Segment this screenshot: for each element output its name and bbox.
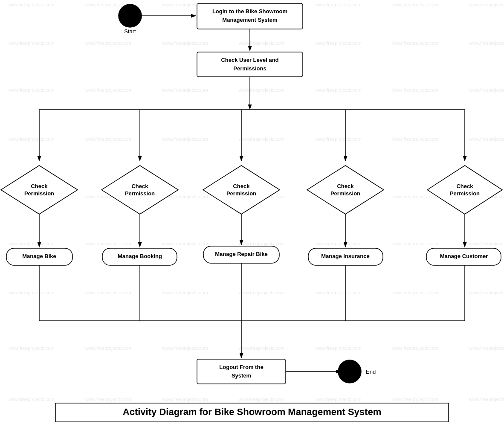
end-label: End: [366, 369, 376, 375]
svg-text:www.freeprojectz.com: www.freeprojectz.com: [238, 41, 285, 46]
login-text: Login to the Bike Showroom: [212, 8, 287, 15]
svg-text:www.freeprojectz.com: www.freeprojectz.com: [315, 41, 362, 46]
svg-text:www.freeprojectz.com: www.freeprojectz.com: [238, 241, 285, 246]
diamond4-text2: Permission: [330, 190, 360, 197]
svg-text:www.freeprojectz.com: www.freeprojectz.com: [469, 87, 504, 93]
svg-text:www.freeprojectz.com: www.freeprojectz.com: [162, 346, 208, 351]
svg-text:www.freeprojectz.com: www.freeprojectz.com: [392, 2, 438, 7]
svg-text:www.freeprojectz.com: www.freeprojectz.com: [392, 41, 438, 46]
svg-text:www.freeprojectz.com: www.freeprojectz.com: [392, 346, 438, 351]
diamond5-text2: Permission: [450, 190, 480, 197]
diamond2: [101, 166, 178, 214]
svg-text:www.freeprojectz.com: www.freeprojectz.com: [315, 241, 362, 246]
logout-text2: System: [232, 372, 251, 379]
diamond5: [427, 166, 502, 214]
svg-text:www.freeprojectz.com: www.freeprojectz.com: [392, 87, 438, 93]
svg-text:www.freeprojectz.com: www.freeprojectz.com: [315, 290, 362, 295]
svg-text:www.freeprojectz.com: www.freeprojectz.com: [469, 41, 504, 46]
diamond1-text2: Permission: [24, 190, 54, 197]
svg-text:www.freeprojectz.com: www.freeprojectz.com: [392, 241, 438, 246]
svg-text:www.freeprojectz.com: www.freeprojectz.com: [238, 397, 285, 402]
svg-text:www.freeprojectz.com: www.freeprojectz.com: [8, 41, 55, 46]
svg-text:www.freeprojectz.com: www.freeprojectz.com: [469, 136, 504, 142]
svg-text:www.freeprojectz.com: www.freeprojectz.com: [315, 2, 362, 7]
svg-text:www.freeprojectz.com: www.freeprojectz.com: [85, 397, 131, 402]
svg-text:www.freeprojectz.com: www.freeprojectz.com: [8, 87, 55, 93]
start-circle: [119, 4, 142, 27]
svg-text:www.freeprojectz.com: www.freeprojectz.com: [469, 346, 504, 351]
diamond5-text: Check: [456, 183, 473, 189]
svg-text:www.freeprojectz.com: www.freeprojectz.com: [8, 2, 55, 7]
svg-text:www.freeprojectz.com: www.freeprojectz.com: [85, 87, 131, 93]
svg-text:www.freeprojectz.com: www.freeprojectz.com: [85, 290, 131, 295]
diamond2-text: Check: [131, 183, 148, 189]
svg-text:www.freeprojectz.com: www.freeprojectz.com: [162, 41, 208, 46]
logout-box: [197, 359, 286, 384]
svg-text:www.freeprojectz.com: www.freeprojectz.com: [238, 136, 285, 142]
diamond3-text2: Permission: [226, 190, 256, 197]
svg-text:www.freeprojectz.com: www.freeprojectz.com: [315, 397, 362, 402]
svg-text:www.freeprojectz.com: www.freeprojectz.com: [85, 241, 131, 246]
svg-text:www.freeprojectz.com: www.freeprojectz.com: [8, 136, 55, 142]
svg-text:www.freeprojectz.com: www.freeprojectz.com: [8, 346, 55, 351]
svg-text:www.freeprojectz.com: www.freeprojectz.com: [392, 397, 438, 402]
svg-text:www.freeprojectz.com: www.freeprojectz.com: [85, 346, 131, 351]
manage-booking-text: Manage Booking: [118, 253, 162, 259]
svg-text:www.freeprojectz.com: www.freeprojectz.com: [469, 2, 504, 7]
svg-text:www.freeprojectz.com: www.freeprojectz.com: [8, 241, 55, 246]
svg-text:www.freeprojectz.com: www.freeprojectz.com: [85, 41, 131, 46]
login-text2: Management System: [222, 17, 277, 23]
diagram-container: www.freeprojectz.com www.freeprojectz.co…: [0, 0, 504, 424]
svg-text:www.freeprojectz.com: www.freeprojectz.com: [238, 290, 285, 295]
svg-text:www.freeprojectz.com: www.freeprojectz.com: [162, 290, 208, 295]
manage-bike-text: Manage Bike: [22, 253, 56, 259]
svg-text:www.freeprojectz.com: www.freeprojectz.com: [162, 241, 208, 246]
svg-text:www.freeprojectz.com: www.freeprojectz.com: [315, 346, 362, 351]
diagram-title: Activity Diagram for Bike Showroom Manag…: [123, 407, 381, 417]
svg-text:www.freeprojectz.com: www.freeprojectz.com: [238, 87, 285, 93]
diamond4: [307, 166, 384, 214]
svg-text:www.freeprojectz.com: www.freeprojectz.com: [162, 397, 208, 402]
svg-text:www.freeprojectz.com: www.freeprojectz.com: [392, 194, 438, 199]
diamond1-text: Check: [31, 183, 48, 189]
svg-text:www.freeprojectz.com: www.freeprojectz.com: [392, 136, 438, 142]
check-level-text2: Permissions: [233, 65, 266, 72]
diamond1: [1, 166, 78, 214]
diamond3: [203, 166, 280, 214]
svg-text:www.freeprojectz.com: www.freeprojectz.com: [238, 346, 285, 351]
svg-text:www.freeprojectz.com: www.freeprojectz.com: [469, 397, 504, 402]
logout-text: Logout From the: [219, 364, 263, 370]
svg-text:www.freeprojectz.com: www.freeprojectz.com: [85, 136, 131, 142]
check-level-text: Check User Level and: [221, 57, 278, 63]
svg-text:www.freeprojectz.com: www.freeprojectz.com: [469, 290, 504, 295]
login-box: [197, 3, 303, 29]
svg-text:www.freeprojectz.com: www.freeprojectz.com: [162, 87, 208, 93]
diamond4-text: Check: [337, 183, 354, 189]
diamond2-text2: Permission: [125, 190, 155, 197]
start-label: Start: [124, 28, 136, 35]
svg-text:www.freeprojectz.com: www.freeprojectz.com: [8, 290, 55, 295]
svg-text:www.freeprojectz.com: www.freeprojectz.com: [469, 241, 504, 246]
manage-insurance-text: Manage Insurance: [321, 253, 369, 259]
svg-text:www.freeprojectz.com: www.freeprojectz.com: [315, 136, 362, 142]
svg-text:www.freeprojectz.com: www.freeprojectz.com: [162, 136, 208, 142]
manage-customer-text: Manage Customer: [440, 253, 488, 259]
diamond3-text: Check: [233, 183, 250, 189]
manage-repair-text: Manage Repair Bike: [215, 251, 268, 257]
svg-text:www.freeprojectz.com: www.freeprojectz.com: [392, 290, 438, 295]
svg-text:www.freeprojectz.com: www.freeprojectz.com: [315, 87, 362, 93]
svg-text:www.freeprojectz.com: www.freeprojectz.com: [8, 397, 55, 402]
end-circle: [338, 360, 361, 383]
check-level-box: [197, 52, 303, 77]
